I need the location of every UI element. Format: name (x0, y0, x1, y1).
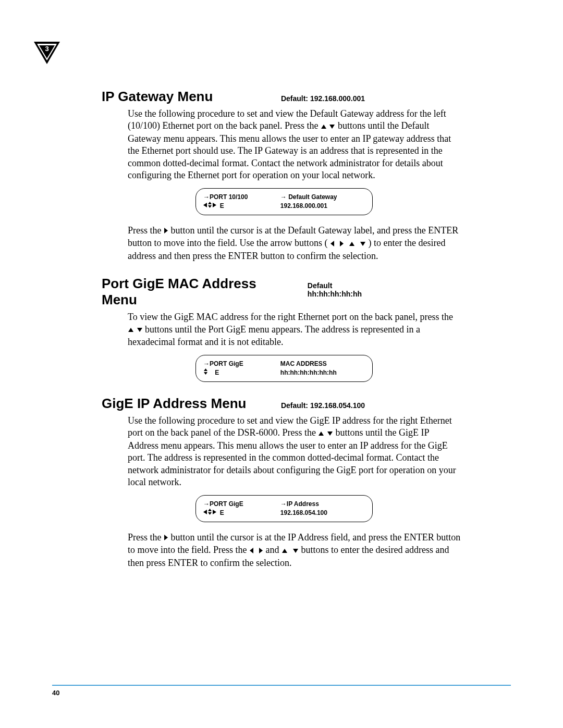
section-header-ip-gateway: IP Gateway Menu Default: 192.168.000.001 (102, 89, 511, 105)
svg-marker-22 (208, 512, 212, 515)
left-triangle-icon (203, 509, 207, 516)
svg-marker-13 (360, 242, 365, 246)
svg-marker-3 (321, 125, 326, 129)
svg-marker-17 (204, 372, 207, 375)
updown-triangle-icon (203, 368, 208, 376)
lcd-port-label: PORT 10/100 (210, 193, 248, 201)
svg-marker-4 (329, 125, 335, 129)
page-footer: 40 (52, 685, 511, 697)
lcd-display-gige-mac: →PORT GigE MAC ADDRESS E hh:hh:hh:hh:hh:… (195, 355, 373, 382)
lcd-enter-label: E (215, 369, 219, 376)
svg-marker-16 (204, 368, 207, 371)
footer-divider (52, 685, 511, 686)
svg-marker-27 (282, 549, 287, 553)
updown-triangle-icon (207, 509, 212, 516)
lcd-display-ip-gateway: →PORT 10/100 → Default Gateway E 192.168… (195, 188, 373, 215)
body-paragraph: Press the button until the cursor is at … (128, 532, 461, 570)
lcd-value: 192.168.000.001 (280, 202, 327, 209)
left-triangle-icon (203, 202, 207, 209)
svg-marker-14 (128, 328, 133, 332)
up-triangle-icon (318, 427, 324, 439)
updown-triangle-icon (207, 202, 212, 209)
svg-marker-24 (164, 535, 168, 540)
lcd-port-label: PORT GigE (210, 500, 243, 508)
svg-marker-26 (259, 548, 263, 553)
svg-marker-6 (208, 202, 212, 204)
svg-marker-19 (327, 431, 333, 436)
svg-marker-5 (203, 203, 207, 207)
section-default: Default hh:hh:hh:hh:hh (308, 281, 511, 298)
right-triangle-icon (164, 532, 168, 544)
section-title: IP Gateway Menu (102, 89, 213, 105)
lcd-display-gige-ip: →PORT GigE →IP Address E 192.168.054.100 (195, 495, 373, 522)
right-triangle-icon (212, 509, 216, 516)
section-title: GigE IP Address Menu (102, 396, 246, 412)
svg-marker-12 (349, 242, 354, 246)
body-paragraph: Use the following procedure to set and v… (128, 415, 461, 489)
up-triangle-icon (349, 238, 355, 250)
left-triangle-icon (330, 238, 335, 250)
svg-marker-18 (319, 431, 324, 436)
body-paragraph: Press the button until the cursor is at … (128, 225, 461, 263)
down-triangle-icon (137, 324, 143, 336)
svg-marker-25 (250, 548, 253, 553)
right-triangle-icon (259, 545, 263, 557)
svg-marker-10 (331, 241, 334, 246)
svg-marker-8 (213, 203, 216, 207)
chapter-marker: 3 (31, 39, 63, 66)
lcd-field-label: Default Gateway (288, 193, 337, 201)
svg-marker-21 (208, 509, 212, 511)
section-default: Default: 192.168.054.100 (281, 401, 511, 410)
down-triangle-icon (329, 120, 335, 132)
down-triangle-icon (292, 545, 299, 557)
lcd-value: 192.168.054.100 (280, 509, 327, 516)
down-triangle-icon (327, 427, 333, 439)
chapter-number: 3 (45, 45, 48, 53)
up-triangle-icon (321, 120, 327, 132)
page-number: 40 (52, 689, 511, 697)
lcd-field-label: IP Address (287, 500, 319, 508)
svg-marker-20 (203, 510, 207, 514)
left-triangle-icon (249, 545, 254, 557)
svg-marker-9 (164, 228, 168, 233)
section-header-gige-ip: GigE IP Address Menu Default: 192.168.05… (102, 396, 511, 412)
right-triangle-icon (164, 225, 168, 237)
svg-marker-23 (213, 510, 216, 514)
svg-marker-28 (293, 549, 298, 553)
body-paragraph: Use the following procedure to set and v… (128, 108, 461, 182)
lcd-enter-label: E (220, 202, 224, 209)
up-triangle-icon (128, 324, 134, 336)
down-triangle-icon (360, 238, 366, 250)
lcd-field-label: MAC ADDRESS (280, 360, 327, 367)
lcd-enter-label: E (220, 509, 224, 516)
lcd-port-label: PORT GigE (210, 360, 243, 367)
section-title: Port GigE MAC Address Menu (102, 276, 295, 308)
body-paragraph: To view the GigE MAC address for the rig… (128, 311, 461, 348)
right-triangle-icon (339, 238, 344, 250)
svg-marker-7 (208, 205, 212, 208)
section-header-gige-mac: Port GigE MAC Address Menu Default hh:hh… (102, 276, 511, 308)
up-triangle-icon (282, 545, 288, 557)
svg-marker-15 (137, 328, 142, 332)
lcd-value: hh:hh:hh:hh:hh:hh (280, 369, 337, 376)
svg-marker-11 (340, 241, 344, 246)
section-default: Default: 192.168.000.001 (281, 94, 511, 103)
right-triangle-icon (212, 202, 216, 209)
